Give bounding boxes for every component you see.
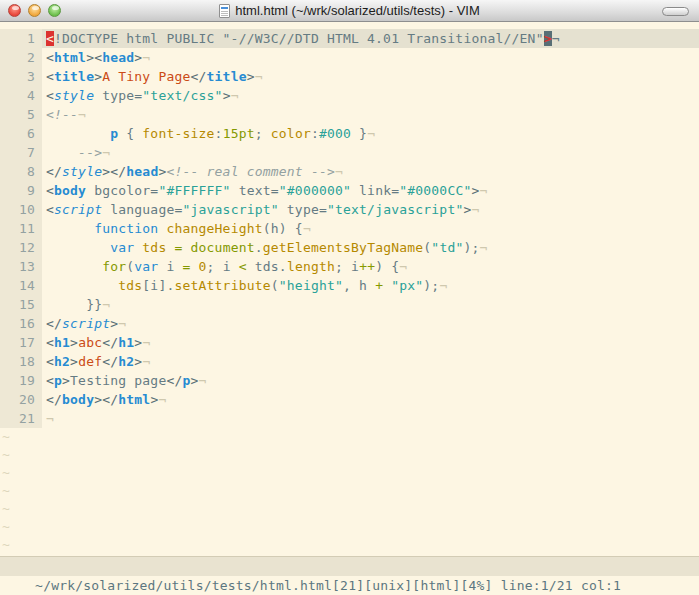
code-token: } <box>351 126 367 141</box>
title-bar[interactable]: html.html (~/wrk/solarized/utils/tests) … <box>0 0 699 22</box>
editor-line[interactable]: 16</script>¬ <box>0 314 699 333</box>
editor-line[interactable]: 17<h1>abc</h1>¬ <box>0 333 699 352</box>
editor-line[interactable]: 1<!DOCTYPE html PUBLIC "-//W3C//DTD HTML… <box>0 29 699 48</box>
line-code: <h2>def</h2>¬ <box>42 352 699 371</box>
code-token: > <box>223 88 231 103</box>
line-number: 2 <box>0 48 42 67</box>
code-token: <!-- <box>46 107 78 122</box>
editor-line[interactable]: 14 tds[i].setAttribute("height", h + "px… <box>0 276 699 295</box>
code-token: h1 <box>118 335 134 350</box>
code-token: </ <box>102 335 118 350</box>
eol-marker: ¬ <box>480 240 488 255</box>
editor-line[interactable]: 8</style></head><!-- real comment -->¬ <box>0 162 699 181</box>
code-token: type= <box>94 88 142 103</box>
code-token: < <box>46 50 54 65</box>
code-token: ) { <box>375 259 399 274</box>
code-token <box>46 221 94 236</box>
eol-marker: ¬ <box>78 107 86 122</box>
tilde-marker: ~ <box>0 482 699 500</box>
code-token: --> <box>78 145 102 160</box>
editor-line[interactable]: 5<!--¬ <box>0 105 699 124</box>
code-token: ></ <box>102 164 126 179</box>
zoom-button[interactable] <box>48 4 61 17</box>
eol-marker: ¬ <box>471 202 479 217</box>
minimize-button[interactable] <box>28 4 41 17</box>
buffer-lines: 1<!DOCTYPE html PUBLIC "-//W3C//DTD HTML… <box>0 29 699 428</box>
editor-line[interactable]: 11 function changeHeight(h) {¬ <box>0 219 699 238</box>
line-number: 14 <box>0 276 42 295</box>
editor-line[interactable]: 19<p>Testing page</p>¬ <box>0 371 699 390</box>
line-number: 20 <box>0 390 42 409</box>
line-code: <h1>abc</h1>¬ <box>42 333 699 352</box>
editor-line[interactable]: 12 var tds = document.getElementsByTagNa… <box>0 238 699 257</box>
code-token: p <box>182 373 190 388</box>
code-token: document <box>191 240 255 255</box>
code-token: ); <box>463 240 479 255</box>
eol-marker: ¬ <box>231 88 239 103</box>
status-line: ~/wrk/solarized/utils/tests/html.html[21… <box>0 556 699 576</box>
code-token: !DOCTYPE html PUBLIC "-//W3C//DTD HTML 4… <box>54 31 544 46</box>
editor-line[interactable]: 21¬ <box>0 409 699 428</box>
editor-line[interactable]: 3<title>A Tiny Page</title>¬ <box>0 67 699 86</box>
code-token: "px" <box>391 278 423 293</box>
editor-line[interactable]: 13 for(var i = 0; i < tds.length; i++) {… <box>0 257 699 276</box>
eol-marker: ¬ <box>102 297 110 312</box>
code-token: > <box>62 373 70 388</box>
code-token <box>191 259 199 274</box>
code-token: title <box>54 69 94 84</box>
code-token: color <box>271 126 311 141</box>
code-token: 0 <box>199 259 207 274</box>
code-token: </ <box>166 373 182 388</box>
tilde-marker: ~ <box>0 536 699 554</box>
close-button[interactable] <box>8 4 21 17</box>
editor-line[interactable]: 4<style type="text/css">¬ <box>0 86 699 105</box>
code-token: i <box>158 259 182 274</box>
code-token: for <box>102 259 126 274</box>
line-code: }}¬ <box>42 295 699 314</box>
line-code: <!--¬ <box>42 105 699 124</box>
editor-line[interactable]: 7 -->¬ <box>0 143 699 162</box>
code-token: < <box>46 31 54 46</box>
code-token: "#0000CC" <box>399 183 471 198</box>
code-token: < <box>46 202 54 217</box>
code-token: = <box>174 240 182 255</box>
code-token: tds <box>142 240 166 255</box>
code-token: ); <box>423 278 439 293</box>
editor-line[interactable]: 20</body></html>¬ <box>0 390 699 409</box>
code-token: script <box>62 316 110 331</box>
code-token <box>46 126 110 141</box>
code-token: { <box>118 126 142 141</box>
code-token: var <box>134 259 158 274</box>
line-code: function changeHeight(h) {¬ <box>42 219 699 238</box>
code-token: "text/javascript" <box>327 202 463 217</box>
line-number: 12 <box>0 238 42 257</box>
code-token: language= <box>102 202 182 217</box>
editor-line[interactable]: 2<html><head>¬ <box>0 48 699 67</box>
eol-marker: ¬ <box>158 392 166 407</box>
line-code: <body bgcolor="#FFFFFF" text="#000000" l… <box>42 181 699 200</box>
code-token: >< <box>86 50 102 65</box>
code-token: + <box>375 278 383 293</box>
code-token: ( <box>271 278 279 293</box>
code-token: > <box>94 69 102 84</box>
editor-line[interactable]: 18<h2>def</h2>¬ <box>0 352 699 371</box>
toolbar-toggle-button[interactable] <box>662 7 689 16</box>
eol-marker: ¬ <box>552 31 560 46</box>
code-token: ></ <box>94 392 118 407</box>
document-icon <box>219 4 230 18</box>
eol-marker: ¬ <box>142 354 150 369</box>
code-token: head <box>102 50 134 65</box>
editor-line[interactable]: 9<body bgcolor="#FFFFFF" text="#000000" … <box>0 181 699 200</box>
code-token <box>46 259 102 274</box>
eol-marker: ¬ <box>142 335 150 350</box>
code-token: "#FFFFFF" <box>158 183 230 198</box>
line-code: -->¬ <box>42 143 699 162</box>
editor-line[interactable]: 10<script language="javascript" type="te… <box>0 200 699 219</box>
code-token: < <box>46 183 54 198</box>
code-token: : <box>215 126 223 141</box>
editor-area[interactable]: 1<!DOCTYPE html PUBLIC "-//W3C//DTD HTML… <box>0 22 699 556</box>
editor-line[interactable]: 6 p { font-size:15pt; color:#000 }¬ <box>0 124 699 143</box>
empty-line-tildes: ~~~~~~~ <box>0 428 699 554</box>
line-code: <style type="text/css">¬ <box>42 86 699 105</box>
editor-line[interactable]: 15 }}¬ <box>0 295 699 314</box>
